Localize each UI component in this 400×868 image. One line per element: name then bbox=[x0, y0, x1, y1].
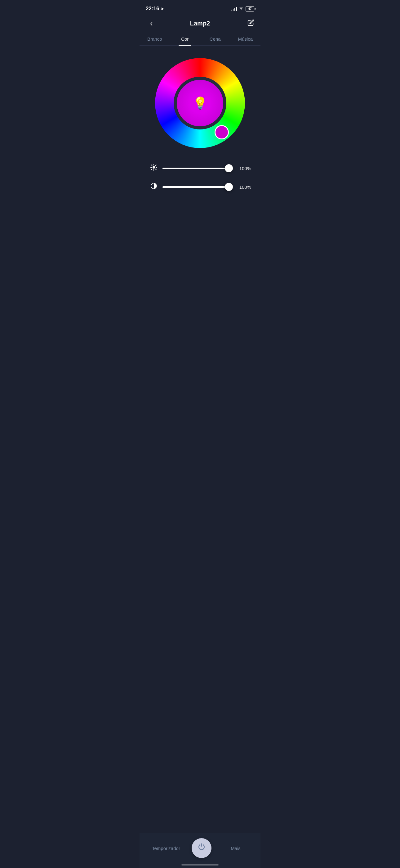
back-button[interactable]: ‹ bbox=[146, 19, 157, 28]
brightness-value: 100% bbox=[236, 166, 251, 171]
time-display: 22:16 bbox=[146, 6, 159, 12]
saturation-value: 100% bbox=[236, 184, 251, 190]
header: ‹ Lamp2 bbox=[139, 16, 261, 33]
status-icons: 47 bbox=[231, 6, 254, 11]
bulb-icon: 💡 bbox=[193, 96, 207, 110]
brightness-slider-thumb[interactable] bbox=[225, 164, 233, 172]
brightness-slider-track[interactable] bbox=[163, 168, 233, 169]
color-picker-handle[interactable] bbox=[214, 125, 229, 140]
status-time: 22:16 ➤ bbox=[146, 6, 164, 12]
tab-cena[interactable]: Cena bbox=[200, 33, 230, 45]
tab-musica[interactable]: Música bbox=[230, 33, 261, 45]
svg-line-6 bbox=[156, 169, 156, 170]
wifi-icon bbox=[239, 6, 244, 11]
status-bar: 22:16 ➤ 47 bbox=[139, 0, 261, 16]
svg-line-8 bbox=[156, 165, 156, 165]
color-center-circle[interactable]: 💡 bbox=[177, 80, 223, 126]
saturation-slider-track[interactable] bbox=[163, 186, 233, 188]
svg-point-0 bbox=[153, 166, 155, 168]
battery-level: 47 bbox=[245, 6, 254, 11]
tab-cor[interactable]: Cor bbox=[170, 33, 200, 45]
contrast-icon bbox=[149, 182, 159, 191]
signal-icon bbox=[231, 6, 237, 11]
tab-branco[interactable]: Branco bbox=[139, 33, 170, 45]
saturation-slider-row: 100% bbox=[149, 182, 251, 191]
brightness-icon bbox=[149, 164, 159, 173]
brightness-slider-row: 100% bbox=[149, 164, 251, 173]
battery-indicator: 47 bbox=[245, 6, 254, 11]
page-title: Lamp2 bbox=[190, 20, 210, 27]
svg-line-5 bbox=[151, 165, 152, 165]
tab-bar: Branco Cor Cena Música bbox=[139, 33, 261, 45]
saturation-slider-thumb[interactable] bbox=[225, 183, 233, 191]
svg-line-7 bbox=[151, 169, 152, 170]
back-icon: ‹ bbox=[150, 19, 153, 28]
location-icon: ➤ bbox=[161, 6, 164, 11]
color-wheel-section: 💡 bbox=[139, 45, 261, 157]
sliders-area: 100% 100% bbox=[139, 157, 261, 207]
edit-button[interactable] bbox=[243, 19, 254, 28]
color-wheel-wrapper[interactable]: 💡 bbox=[155, 58, 245, 148]
